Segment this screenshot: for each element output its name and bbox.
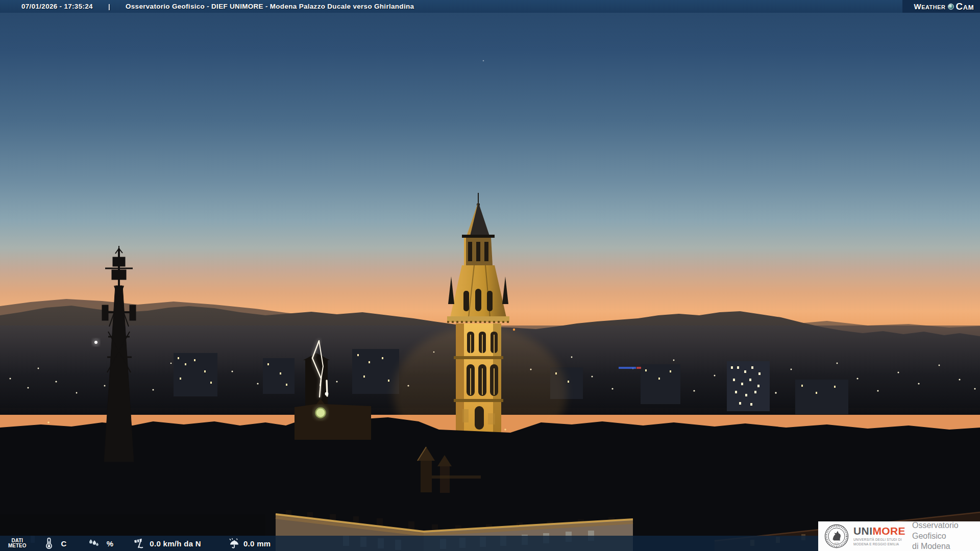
weathercam-weather-label: Weather xyxy=(914,2,945,11)
windsock-icon xyxy=(133,538,146,549)
webcam-page: 07/01/2026 - 17:35:24 | Osservatorio Geo… xyxy=(0,0,980,551)
unimore-uni-text: UNI xyxy=(853,525,872,537)
timestamp: 07/01/2026 - 17:35:24 xyxy=(21,3,93,10)
unimore-more-text: MORE xyxy=(872,525,905,537)
separator: | xyxy=(108,3,110,10)
rain-readout: 0.0 mm xyxy=(228,538,271,549)
rain-value: 0.0 mm xyxy=(243,539,271,548)
wind-value: 0.0 km/h da N xyxy=(150,539,201,548)
webcam-photo xyxy=(0,0,980,551)
unimore-branding[interactable]: 1175 UNIMORE UNIVERSITÀ DEGLI STUDI DI M… xyxy=(818,521,980,551)
water-drops-icon xyxy=(87,538,100,548)
page-title: Osservatorio Geofisico - DIEF UNIMORE - … xyxy=(126,3,414,10)
temperature-unit: C xyxy=(61,539,67,548)
thermometer-icon xyxy=(44,538,54,549)
weathercam-cam-label: Cam xyxy=(956,1,974,12)
unimore-subtitle-line1: UNIVERSITÀ DEGLI STUDI DI xyxy=(853,538,905,542)
temperature-readout: C xyxy=(44,538,67,549)
humidity-readout: % xyxy=(87,538,114,548)
svg-text:1175: 1175 xyxy=(835,542,839,544)
observatory-name: Osservatorio Geofisico di Modena xyxy=(912,520,980,551)
camera-lens-icon xyxy=(948,4,954,10)
header-bar: 07/01/2026 - 17:35:24 | Osservatorio Geo… xyxy=(0,0,980,13)
dati-meteo-label: DATI METEO xyxy=(8,538,27,548)
unimore-subtitle-line2: MODENA E REGGIO EMILIA xyxy=(853,542,905,547)
weathercam-logo[interactable]: Weather Cam xyxy=(902,0,980,13)
umbrella-icon xyxy=(228,538,240,549)
humidity-unit: % xyxy=(107,539,114,548)
unimore-seal-icon: 1175 xyxy=(824,524,849,548)
unimore-wordmark: UNIMORE UNIVERSITÀ DEGLI STUDI DI MODENA… xyxy=(853,525,905,546)
wind-readout: 0.0 km/h da N xyxy=(133,538,201,549)
